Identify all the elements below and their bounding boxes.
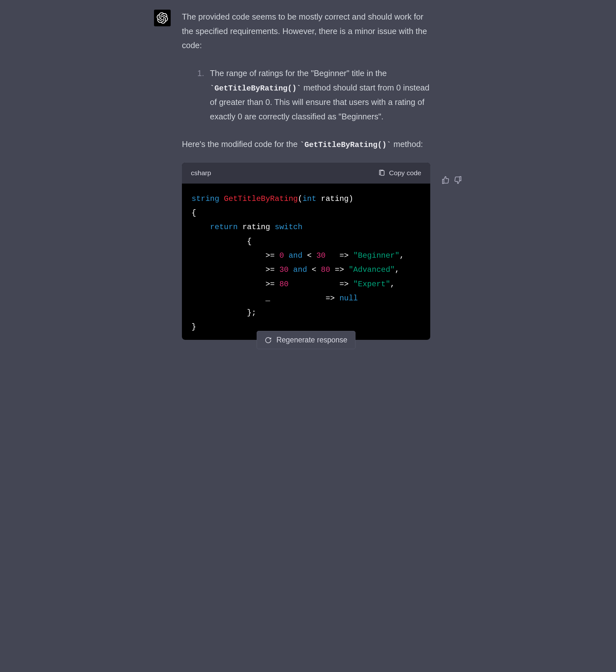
list-marker: 1. — [197, 66, 204, 124]
copy-code-label: Copy code — [389, 169, 421, 177]
regenerate-icon — [265, 337, 272, 344]
thumbs-up-icon — [441, 176, 450, 184]
inline-code: `GetTitleByRating()` — [210, 84, 301, 93]
regenerate-label: Regenerate response — [276, 336, 347, 344]
feedback-actions — [441, 12, 462, 349]
svg-rect-0 — [381, 171, 384, 176]
outro-paragraph: Here's the modified code for the `GetTit… — [182, 137, 430, 152]
code-language-label: csharp — [191, 167, 211, 179]
message-content: The provided code seems to be mostly cor… — [182, 10, 430, 349]
openai-logo-icon — [157, 12, 168, 24]
assistant-avatar — [154, 10, 171, 26]
thumbs-down-icon — [454, 176, 462, 184]
copy-code-button[interactable]: Copy code — [378, 169, 421, 177]
clipboard-icon — [378, 169, 385, 177]
code-header: csharp Copy code — [182, 163, 430, 184]
inline-code: `GetTitleByRating()` — [300, 141, 391, 149]
thumbs-down-button[interactable] — [454, 12, 462, 349]
assistant-message: The provided code seems to be mostly cor… — [154, 10, 462, 349]
issue-list: 1. The range of ratings for the "Beginne… — [182, 66, 430, 124]
thumbs-up-button[interactable] — [441, 12, 450, 349]
code-body: string GetTitleByRating(int rating) { re… — [182, 184, 430, 340]
list-item-text: The range of ratings for the "Beginner" … — [210, 66, 430, 124]
code-block: csharp Copy code string GetTitleByRating… — [182, 163, 430, 340]
intro-paragraph: The provided code seems to be mostly cor… — [182, 10, 430, 53]
regenerate-button[interactable]: Regenerate response — [257, 331, 355, 349]
regenerate-wrapper: Regenerate response — [182, 331, 430, 349]
list-item: 1. The range of ratings for the "Beginne… — [197, 66, 430, 124]
